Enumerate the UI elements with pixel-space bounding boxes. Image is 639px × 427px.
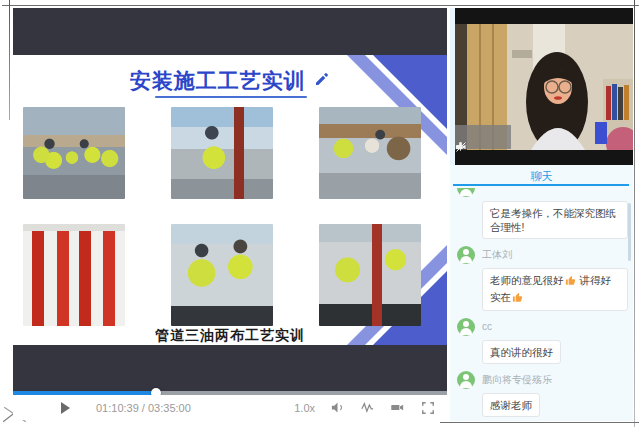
- training-photo: [171, 107, 273, 199]
- chat-panel: 聊天 它是考操作，不能深究图纸合理性! 工体刘 老师的意见很好 讲得好实在 cc…: [450, 165, 633, 421]
- chat-tab-underline: [453, 184, 629, 186]
- frame-line-top: [2, 5, 639, 6]
- screen: 安装施工工艺实训: [0, 0, 639, 427]
- thumbs-up-icon: [565, 275, 576, 289]
- slide-title: 安装施工工艺实训: [130, 67, 306, 95]
- frame-line-bottom: [440, 422, 639, 423]
- frame-line-left: [9, 0, 10, 120]
- training-photo: [23, 224, 125, 326]
- player-controls: 01:10:39 / 03:35:00 1.0x: [13, 395, 447, 420]
- video-letterbox-bottom: [13, 345, 447, 391]
- playback-speed-button[interactable]: 1.0x: [294, 402, 315, 414]
- chat-message: 鹏向将专侵殇乐 感谢老师: [457, 371, 633, 417]
- user-avatar-icon: [457, 188, 475, 197]
- pencil-icon: [314, 71, 330, 91]
- training-photo: [319, 224, 421, 326]
- chat-scrollbar[interactable]: [628, 203, 631, 261]
- chat-bubble: 老师的意见很好 讲得好实在: [482, 268, 628, 310]
- presentation-slide: 安装施工工艺实训: [13, 55, 447, 345]
- webcam-overlay-bar: [455, 125, 511, 149]
- user-avatar-icon: [457, 246, 475, 264]
- user-avatar-icon: [457, 371, 475, 389]
- chat-bubble: 真的讲的很好: [482, 340, 561, 364]
- fullscreen-icon[interactable]: [420, 400, 435, 415]
- audio-track-icon[interactable]: [360, 400, 375, 415]
- photo-grid: [23, 107, 421, 326]
- teacher-webcam-video: [455, 8, 633, 165]
- chat-message-list: 它是考操作，不能深究图纸合理性! 工体刘 老师的意见很好 讲得好实在 cc 真的…: [450, 188, 633, 421]
- frame-line-right: [634, 0, 635, 427]
- video-letterbox-top: [13, 8, 447, 55]
- chat-username: 工体刘: [482, 248, 512, 262]
- play-button[interactable]: [61, 402, 70, 414]
- tab-chat[interactable]: 聊天: [531, 165, 553, 184]
- training-photo: [23, 107, 125, 199]
- chat-bubble: 感谢老师: [482, 393, 540, 417]
- time-display: 01:10:39 / 03:35:00: [96, 402, 191, 414]
- user-avatar-icon: [457, 318, 475, 336]
- video-player: 安装施工工艺实训: [13, 8, 447, 420]
- chat-message: cc 真的讲的很好: [457, 318, 633, 364]
- chat-username: 鹏向将专侵殇乐: [482, 373, 552, 387]
- volume-icon[interactable]: [330, 400, 345, 415]
- title-underline: [155, 96, 307, 98]
- thumbs-up-icon: [512, 292, 523, 306]
- chat-message: 工体刘 老师的意见很好 讲得好实在: [457, 246, 633, 310]
- slide-caption: 管道三油两布工艺实训: [13, 327, 447, 345]
- right-panel: 聊天 它是考操作，不能深究图纸合理性! 工体刘 老师的意见很好 讲得好实在 cc…: [450, 8, 633, 421]
- chat-username: cc: [482, 321, 492, 332]
- training-photo: [319, 107, 421, 199]
- training-photo: [171, 224, 273, 326]
- chat-message: 它是考操作，不能深究图纸合理性!: [457, 188, 633, 239]
- camera-icon[interactable]: [390, 400, 405, 415]
- chat-bubble: 它是考操作，不能深究图纸合理性!: [482, 201, 628, 239]
- camera-off-icon[interactable]: [490, 130, 504, 144]
